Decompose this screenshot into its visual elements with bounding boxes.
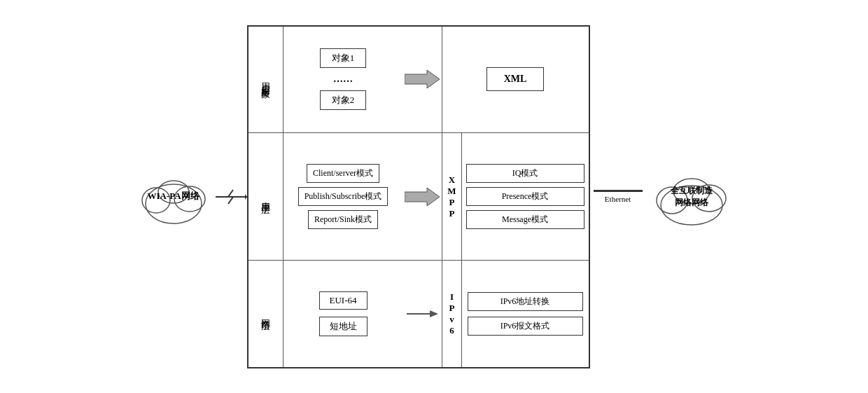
right-cloud-label: 全互联制造网络网络 [671, 185, 713, 209]
xmpp-section: XMPP IQ模式 Presence模式 Message模式 [442, 133, 589, 261]
publish-subscribe-box: Publish/Subscribe模式 [298, 187, 388, 206]
object2-box: 对象2 [320, 90, 367, 110]
object1-box: 对象1 [320, 48, 367, 68]
ethernet-line [594, 190, 643, 192]
xml-section: XML [442, 27, 589, 132]
ipv6-label: IPv6 [442, 261, 462, 366]
row-network-layer: 网络层 EUI-64 短地址 IPv6 [248, 261, 589, 366]
iq-mode-box: IQ模式 [466, 164, 584, 183]
svg-marker-8 [405, 188, 440, 206]
app-layer-text: 应用子层 [259, 194, 272, 200]
user-items-area: 对象1 …… 对象2 [284, 27, 403, 132]
row-user-objects: 用户应用对象 对象1 …… 对象2 [248, 27, 589, 133]
svg-marker-10 [430, 310, 438, 317]
main-box: 用户应用对象 对象1 …… 对象2 [247, 25, 590, 368]
layer-label-user: 用户应用对象 [248, 27, 284, 132]
short-addr-box: 短地址 [319, 317, 368, 336]
ipv6-addr-box: IPv6地址转换 [468, 292, 583, 311]
bottom-arrow [403, 261, 442, 366]
ethernet-label: Ethernet [605, 195, 631, 203]
right-cloud: 全互联制造网络网络 [650, 162, 734, 232]
left-cloud-area: WIA-PA网络 [132, 165, 216, 228]
user-layer-text: 用户应用对象 [259, 75, 272, 83]
presence-mode-box: Presence模式 [466, 187, 584, 206]
top-arrow [403, 27, 442, 132]
client-server-box: Client/server模式 [307, 164, 379, 183]
ipv6-items: IPv6地址转换 IPv6报文格式 [462, 261, 589, 366]
app-items-area: Client/server模式 Publish/Subscribe模式 Repo… [284, 133, 403, 261]
wia-pa-label: WIA-PA网络 [147, 190, 199, 202]
message-mode-box: Message模式 [466, 210, 584, 229]
ipv6-pkt-box: IPv6报文格式 [468, 317, 583, 336]
xmpp-items: IQ模式 Presence模式 Message模式 [462, 133, 589, 261]
layer-label-app: 应用子层 [248, 133, 284, 261]
layer-label-network: 网络层 [248, 261, 284, 366]
mid-arrow [403, 133, 442, 261]
xmpp-label: XMPP [442, 133, 462, 261]
right-cloud-area: 全互联制造网络网络 [646, 162, 737, 232]
eui64-box: EUI-64 [319, 291, 368, 310]
row-app-layer: 应用子层 Client/server模式 Publish/Subscribe模式… [248, 133, 589, 261]
report-sink-box: Report/Sink模式 [308, 210, 378, 229]
network-items-area: EUI-64 短地址 [284, 261, 403, 366]
left-connector [216, 186, 247, 207]
diagram-wrapper: WIA-PA网络 用户应用对象 对象1 …… [0, 0, 868, 393]
xml-box: XML [486, 67, 545, 91]
ipv6-section: IPv6 IPv6地址转换 IPv6报文格式 [442, 261, 589, 366]
ethernet-connector: Ethernet [590, 190, 646, 203]
wia-pa-cloud: WIA-PA网络 [135, 165, 212, 228]
svg-marker-7 [405, 70, 440, 88]
ellipsis-text: …… [333, 74, 353, 85]
network-layer-text: 网络层 [259, 312, 272, 316]
